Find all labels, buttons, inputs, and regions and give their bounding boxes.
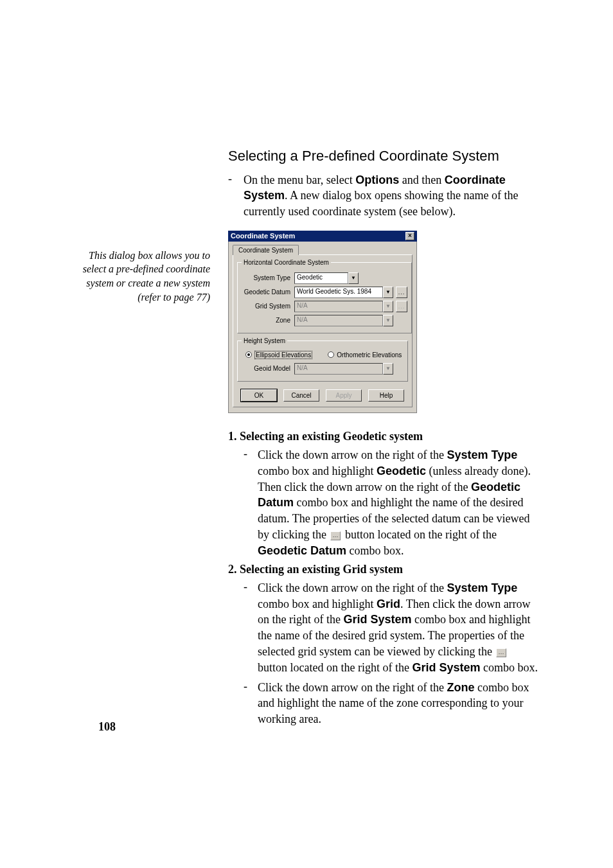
intro-bullet: - bbox=[228, 172, 244, 186]
height-system-group: Height System Ellipsoid Elevations Ortho… bbox=[237, 337, 408, 382]
margin-note: This dialog box allows you to select a p… bbox=[74, 231, 210, 304]
chevron-down-icon: ▼ bbox=[383, 301, 393, 312]
close-icon[interactable]: × bbox=[405, 232, 414, 240]
chevron-down-icon: ▼ bbox=[383, 363, 393, 375]
page-number: 108 bbox=[98, 720, 116, 734]
grid-system-combo: N/A bbox=[294, 301, 383, 312]
dialog-title: Coordinate System bbox=[231, 232, 295, 240]
radio-icon bbox=[245, 351, 252, 358]
numbered-heading: 1. Selecting an existing Geodetic system bbox=[228, 430, 539, 443]
chevron-down-icon[interactable]: ▼ bbox=[348, 272, 359, 284]
properties-button-icon: ... bbox=[496, 648, 506, 657]
ok-button[interactable]: OK bbox=[241, 389, 277, 402]
radio-orthometric-elevations[interactable]: Orthometric Elevations bbox=[328, 351, 402, 359]
list-bullet: - bbox=[244, 680, 258, 693]
help-button[interactable]: Help bbox=[368, 389, 404, 402]
geodetic-datum-combo[interactable]: World Geodetic Sys. 1984 bbox=[294, 287, 383, 298]
hs-legend: Height System bbox=[242, 337, 287, 344]
geoid-model-combo: N/A bbox=[294, 363, 383, 375]
grid-system-label: Grid System bbox=[242, 303, 294, 310]
hcs-legend: Horizontal Coordinate System bbox=[242, 259, 331, 266]
list-item-text: Click the down arrow on the right of the… bbox=[258, 680, 539, 727]
radio-icon bbox=[328, 351, 334, 358]
system-type-label: System Type bbox=[242, 274, 294, 281]
zone-label: Zone bbox=[242, 317, 294, 324]
chevron-down-icon[interactable]: ▼ bbox=[383, 287, 393, 298]
coordinate-system-dialog: Coordinate System × Coordinate System Ho… bbox=[228, 231, 417, 413]
zone-combo: N/A bbox=[294, 315, 383, 326]
grid-properties-button: ... bbox=[396, 301, 407, 312]
apply-button: Apply bbox=[326, 389, 362, 402]
horizontal-coord-group: Horizontal Coordinate System System Type… bbox=[237, 259, 412, 333]
tab-coordinate-system[interactable]: Coordinate System bbox=[233, 245, 299, 255]
section-heading: Selecting a Pre-defined Coordinate Syste… bbox=[228, 148, 539, 164]
datum-properties-button[interactable]: ... bbox=[396, 287, 407, 298]
dialog-titlebar[interactable]: Coordinate System × bbox=[228, 231, 417, 242]
system-type-combo[interactable]: Geodetic bbox=[294, 272, 348, 284]
intro-text: On the menu bar, select Options and then… bbox=[244, 172, 539, 219]
radio-ellipsoid-elevations[interactable]: Ellipsoid Elevations bbox=[245, 351, 312, 359]
list-bullet: - bbox=[244, 580, 258, 594]
chevron-down-icon: ▼ bbox=[383, 315, 393, 326]
list-item-text: Click the down arrow on the right of the… bbox=[258, 447, 539, 559]
list-item-text: Click the down arrow on the right of the… bbox=[258, 580, 539, 676]
list-bullet: - bbox=[244, 447, 258, 461]
geodetic-datum-label: Geodetic Datum bbox=[242, 288, 294, 296]
numbered-heading: 2. Selecting an existing Grid system bbox=[228, 563, 539, 576]
geoid-model-label: Geoid Model bbox=[242, 365, 294, 372]
properties-button-icon: ... bbox=[330, 531, 341, 540]
cancel-button[interactable]: Cancel bbox=[283, 389, 319, 402]
